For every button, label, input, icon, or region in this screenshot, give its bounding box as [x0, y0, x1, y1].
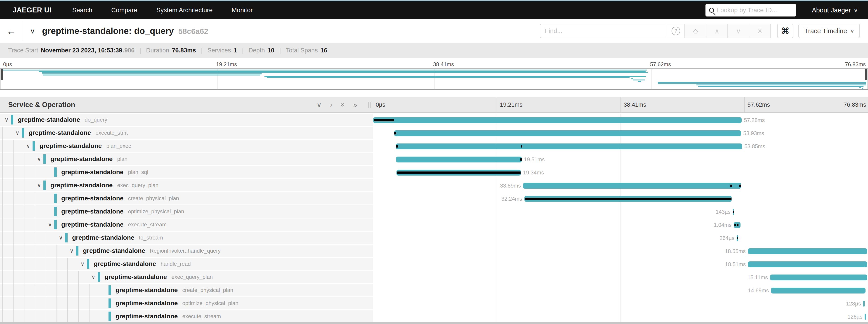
span-name-cell[interactable]: ∨greptime-standalonedo_query [0, 114, 373, 126]
indent-guide [24, 245, 24, 258]
span-name-cell[interactable]: ∨greptime-standaloneexecute_stmt [0, 127, 373, 139]
find-help-button[interactable]: ? [667, 24, 685, 38]
span-color-indicator [76, 246, 79, 256]
column-resize-grip[interactable] [368, 102, 371, 108]
collapse-all-icon[interactable]: » [340, 103, 346, 107]
row-expand-chevron-icon[interactable]: ∨ [35, 182, 43, 188]
span-operation-name: execute_stmt [95, 130, 128, 136]
span-name-cell[interactable]: ∨greptime-standaloneplan [0, 153, 373, 166]
indent-guide [2, 140, 3, 153]
info-separator: | [242, 47, 244, 54]
span-name-cell[interactable]: ∨greptime-standaloneto_stream [0, 232, 373, 244]
trace-info-item: Total Spans16 [286, 47, 327, 54]
span-name-cell[interactable]: ∨greptime-standalonehandle_read [0, 258, 373, 270]
minimap-span-bar [43, 74, 260, 75]
indent-guide [24, 258, 24, 271]
span-duration-bar[interactable] [865, 314, 866, 320]
span-name-cell[interactable]: greptime-standaloneplan_sql [0, 166, 373, 179]
nav-item-monitor[interactable]: Monitor [222, 1, 262, 19]
row-expand-chevron-icon[interactable]: ∨ [67, 248, 76, 254]
span-duration-bar[interactable] [748, 261, 867, 267]
collapse-one-icon[interactable]: ∨ [317, 101, 322, 108]
span-duration-bar[interactable] [394, 130, 741, 136]
expand-all-icon[interactable]: » [353, 101, 357, 108]
nav-item-search[interactable]: Search [63, 1, 102, 19]
row-expand-chevron-icon[interactable]: ∨ [2, 117, 11, 123]
span-duration-bar[interactable] [748, 248, 867, 254]
span-color-indicator [11, 115, 13, 125]
row-expand-chevron-icon[interactable]: ∨ [78, 261, 87, 267]
span-duration-bar[interactable] [373, 117, 742, 123]
nav-item-system-architecture[interactable]: System Architecture [147, 1, 222, 19]
indent-guide [46, 258, 46, 271]
span-color-indicator [108, 298, 111, 308]
span-name-cell[interactable]: ∨greptime-standaloneplan_exec [0, 140, 373, 153]
about-jaeger-menu[interactable]: About Jaeger ∨ [812, 6, 860, 14]
span-service-name: greptime-standalone [116, 300, 178, 307]
indent-guide [13, 205, 13, 219]
indent-guide [35, 284, 35, 297]
span-duration-bar[interactable] [396, 157, 522, 162]
focus-span-button[interactable]: ◇ [685, 24, 706, 38]
span-duration-label: 57.28ms [744, 114, 765, 127]
span-rows-container: ∨greptime-standalonedo_query57.28ms∨grep… [0, 114, 868, 324]
next-result-button[interactable]: ∨ [728, 24, 749, 38]
indent-guide [2, 310, 3, 323]
span-name-cell[interactable]: ∨greptime-standaloneexec_query_plan [0, 271, 373, 284]
timeline-minimap[interactable] [0, 68, 868, 90]
span-service-name: greptime-standalone [29, 129, 91, 136]
span-duration-bar[interactable] [523, 183, 741, 189]
span-operation-name: optimize_physical_plan [128, 208, 184, 215]
indent-guide [13, 179, 13, 192]
info-label: Depth [249, 47, 265, 54]
span-name-cell[interactable]: greptime-standaloneoptimize_physical_pla… [0, 297, 373, 310]
span-color-indicator [22, 128, 24, 138]
span-service-name: greptime-standalone [51, 156, 113, 163]
trace-id-input[interactable] [717, 6, 792, 14]
span-duration-bar[interactable] [771, 288, 866, 293]
indent-guide [67, 284, 68, 297]
span-color-indicator [65, 233, 68, 242]
span-name-content: greptime-standaloneexecute_stream [100, 310, 221, 322]
minimap-left-scrubber[interactable] [1, 69, 3, 80]
row-expand-chevron-icon[interactable]: ∨ [24, 143, 33, 149]
span-duration-label: 18.55ms [725, 245, 746, 258]
span-duration-bar[interactable] [863, 301, 865, 306]
span-name-cell[interactable]: ∨greptime-standaloneexecute_stream [0, 219, 373, 231]
prev-result-button[interactable]: ∧ [706, 24, 728, 38]
span-name-cell[interactable]: ∨greptime-standaloneexec_query_plan [0, 179, 373, 192]
span-name-cell[interactable]: greptime-standaloneexecute_stream [0, 310, 373, 323]
span-duration-bar[interactable] [770, 274, 867, 281]
collapse-trace-chevron-icon[interactable]: ∨ [23, 19, 42, 43]
critical-path-segment [397, 171, 521, 174]
find-toolbar: ? ◇ ∧ ∨ X ⌘ Trace Timeline ∨ [540, 24, 860, 38]
nav-item-compare[interactable]: Compare [102, 1, 147, 19]
find-input[interactable] [540, 24, 667, 38]
span-color-indicator [54, 220, 57, 229]
span-row: ∨greptime-standaloneto_stream264µs [0, 232, 868, 245]
keyboard-shortcuts-button[interactable]: ⌘ [777, 24, 794, 38]
row-expand-chevron-icon[interactable]: ∨ [13, 130, 22, 136]
indent-guide [2, 219, 3, 232]
span-duration-bar[interactable] [396, 143, 742, 149]
row-expand-chevron-icon[interactable]: ∨ [35, 156, 43, 162]
trace-title: greptime-standalone: do_query 58c6a62 [42, 26, 208, 36]
span-name-content: ∨greptime-standaloneRegionInvoker::handl… [67, 245, 221, 257]
span-name-cell[interactable]: greptime-standalonecreate_physical_plan [0, 192, 373, 205]
row-expand-chevron-icon[interactable]: ∨ [46, 221, 54, 228]
row-expand-chevron-icon[interactable]: ∨ [89, 274, 98, 280]
row-expand-chevron-icon[interactable]: ∨ [57, 234, 65, 241]
jaeger-logo[interactable]: JAEGER UI [8, 6, 56, 14]
clear-find-button[interactable]: X [749, 24, 771, 38]
trace-id-lookup[interactable] [706, 4, 796, 17]
expand-one-icon[interactable]: › [330, 101, 333, 108]
view-selector-dropdown[interactable]: Trace Timeline ∨ [798, 24, 860, 38]
span-name-cell[interactable]: ∨greptime-standaloneRegionInvoker::handl… [0, 245, 373, 257]
indent-guide [78, 271, 79, 284]
indent-guide [2, 205, 3, 219]
minimap-right-scrubber[interactable] [865, 69, 867, 80]
span-name-cell[interactable]: greptime-standaloneoptimize_physical_pla… [0, 205, 373, 218]
span-name-cell[interactable]: greptime-standalonecreate_physical_plan [0, 284, 373, 297]
span-duration-label: 126µs [847, 310, 862, 323]
back-button[interactable]: ← [0, 19, 23, 43]
